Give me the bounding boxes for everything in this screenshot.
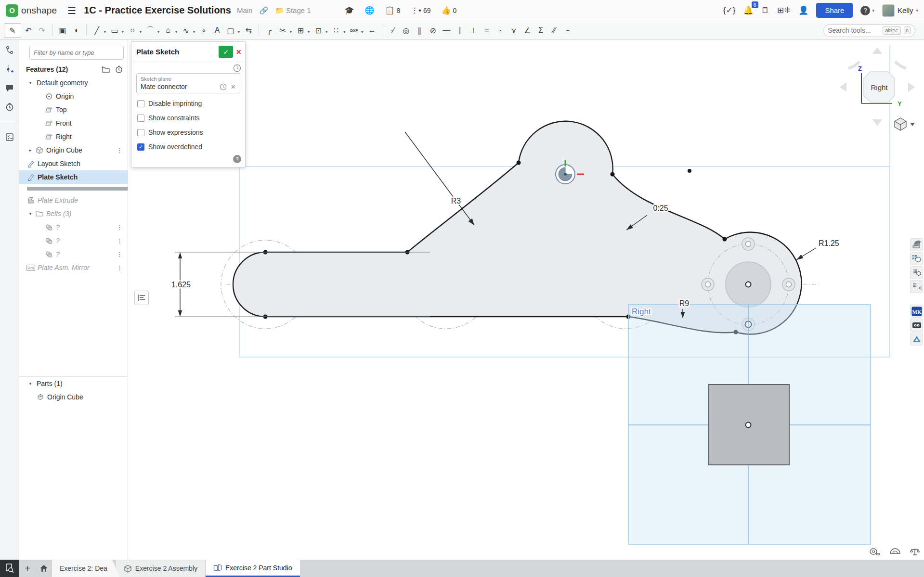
- use-project-tool[interactable]: ⊡: [312, 23, 325, 38]
- dimension-r3[interactable]: [405, 132, 474, 225]
- sketch-plane-value[interactable]: Mate connector: [141, 83, 220, 90]
- parts-header[interactable]: ▾Parts (1): [19, 377, 128, 390]
- featurescript-icon[interactable]: {✓}: [723, 5, 736, 15]
- dimension-1625-text[interactable]: 1.625: [171, 281, 191, 289]
- boss-center-point[interactable]: [746, 282, 751, 287]
- dialog-help-icon[interactable]: ?: [233, 155, 241, 163]
- likes-stat[interactable]: 👍 0: [442, 6, 457, 15]
- offset-tool[interactable]: ⊞: [294, 23, 307, 38]
- sketch-button[interactable]: ✎: [4, 23, 21, 38]
- kebab-menu-icon[interactable]: ⋮: [115, 237, 125, 244]
- cad-transform-icon[interactable]: [910, 266, 923, 279]
- notifications-button[interactable]: 🔔 6: [743, 5, 753, 15]
- insert-icon[interactable]: [5, 65, 14, 74]
- construction-tool[interactable]: ∕∕: [548, 23, 560, 38]
- tangent-constraint[interactable]: ⊘: [427, 23, 439, 38]
- spline-tool-chevron-down-icon[interactable]: ▾: [193, 30, 195, 34]
- rotate-left-arrow[interactable]: [840, 82, 846, 92]
- checkbox-show-overdefined[interactable]: ✓Show overdefined: [131, 140, 245, 154]
- expand-icon[interactable]: ▸: [26, 148, 35, 153]
- tab-exercise-2-assembly[interactable]: Exercise 2 Assembly: [116, 560, 206, 577]
- cad-expression-icon[interactable]: x): [910, 280, 923, 293]
- search-document-button[interactable]: [0, 560, 19, 577]
- view-cube[interactable]: Right Z Y: [840, 47, 915, 130]
- extrude-tool[interactable]: ▣: [56, 23, 69, 38]
- mate-connector-clock-icon[interactable]: [220, 83, 227, 90]
- search-tools[interactable]: alt/⌥ c: [823, 24, 915, 37]
- rotate-right-arrow[interactable]: [908, 82, 915, 92]
- dimension-r125[interactable]: [796, 248, 816, 260]
- sketch-plane-field[interactable]: Sketch plane Mate connector ✕: [136, 73, 240, 93]
- undo-button[interactable]: ↶: [22, 23, 35, 38]
- accept-button[interactable]: ✓: [219, 46, 233, 58]
- feature-row-top[interactable]: Top: [19, 103, 128, 116]
- view-mode-caret[interactable]: [910, 123, 915, 126]
- feature-row-plate-extrude[interactable]: Plate Extrude: [19, 193, 128, 207]
- curvature-tool[interactable]: ⌢: [561, 23, 574, 38]
- units-scale-icon[interactable]: [910, 548, 920, 556]
- kebab-menu-icon[interactable]: ⋮: [115, 147, 125, 154]
- horizontal-constraint[interactable]: ―: [440, 23, 453, 38]
- concentric-constraint[interactable]: ◎: [400, 23, 412, 38]
- checkbox-icon[interactable]: [137, 100, 144, 107]
- normal-constraint[interactable]: ∠: [521, 23, 534, 38]
- suppress-clock-icon[interactable]: [233, 64, 241, 72]
- part-row-origin-cube[interactable]: Origin Cube: [19, 390, 128, 404]
- rectangle-tool-chevron-down-icon[interactable]: ▾: [122, 30, 124, 34]
- checkbox-icon[interactable]: [137, 129, 144, 136]
- search-tools-input[interactable]: [828, 26, 880, 34]
- feature-filter-input[interactable]: [29, 46, 124, 60]
- collapse-icon[interactable]: ▾: [26, 381, 35, 386]
- new-tab-button[interactable]: +: [19, 560, 36, 577]
- ai-assistant-icon[interactable]: 👤: [798, 5, 808, 15]
- feature-row-right[interactable]: Right: [19, 130, 128, 143]
- checkbox-icon[interactable]: ✓: [137, 143, 144, 151]
- revolve-tool[interactable]: ◖: [70, 23, 82, 38]
- mirror-tool[interactable]: ⇆: [242, 23, 255, 38]
- point-tool[interactable]: ∘: [197, 23, 210, 38]
- filter-funnel-icon[interactable]: [25, 49, 26, 57]
- polygon-tool[interactable]: ⌂: [162, 23, 174, 38]
- perpendicular-constraint[interactable]: ⊥: [467, 23, 480, 38]
- spline-tool[interactable]: ∿: [180, 23, 192, 38]
- pattern-tool[interactable]: ∷: [330, 23, 342, 38]
- clear-selection-icon[interactable]: ✕: [231, 83, 236, 90]
- checkbox-icon[interactable]: [137, 115, 144, 122]
- collapse-feature-list-button[interactable]: [134, 291, 149, 305]
- feature-row--[interactable]: ?⋮: [19, 247, 128, 261]
- kebab-menu-icon[interactable]: ⋮: [115, 264, 125, 271]
- protractor-icon[interactable]: [889, 548, 901, 556]
- altium-extension-icon[interactable]: [910, 333, 923, 346]
- coincident-constraint[interactable]: ∙∕: [386, 23, 399, 38]
- rollback-bar[interactable]: [27, 187, 128, 191]
- pattern-tool-chevron-down-icon[interactable]: ▾: [343, 30, 345, 34]
- rotate-up-arrow[interactable]: [872, 47, 882, 54]
- collapse-icon[interactable]: ▾: [26, 211, 35, 216]
- appearance-panel-icon[interactable]: [910, 238, 923, 251]
- feature-row-belts-3-[interactable]: ▾Belts (3): [19, 207, 128, 220]
- onshape-logo-icon[interactable]: O: [6, 4, 18, 17]
- vertical-constraint[interactable]: |: [454, 23, 466, 38]
- robot-extension-icon[interactable]: [910, 319, 923, 332]
- apps-grid-icon[interactable]: ⊞⁜: [777, 5, 791, 15]
- tape-measure-icon[interactable]: [869, 548, 881, 556]
- feature-row-front[interactable]: Front: [19, 116, 128, 130]
- link-icon[interactable]: 🔗: [259, 6, 268, 15]
- document-menu-button[interactable]: ☰: [67, 5, 76, 16]
- workspace-name[interactable]: Main: [237, 6, 253, 14]
- plate-sketch-profile[interactable]: [233, 121, 802, 334]
- trim-tool[interactable]: ✂: [276, 23, 289, 38]
- fillet-tool[interactable]: ╭: [263, 23, 275, 38]
- transform-tool[interactable]: ↔: [365, 23, 378, 38]
- folder-name[interactable]: Stage 1: [286, 6, 311, 14]
- versions-icon[interactable]: [5, 46, 14, 54]
- origin-cube-section[interactable]: [709, 385, 789, 465]
- kebab-menu-icon[interactable]: ⋮: [115, 251, 125, 258]
- use-project-tool-chevron-down-icon[interactable]: ▾: [325, 30, 327, 34]
- feature-row-origin-cube[interactable]: ▸Origin Cube⋮: [19, 143, 128, 157]
- feature-row-layout-sketch[interactable]: Layout Sketch: [19, 157, 128, 170]
- versions-stat[interactable]: ⋮• 69: [411, 6, 430, 15]
- redo-button[interactable]: ↷: [36, 23, 48, 38]
- tab-exercise-2-part-studio[interactable]: Exercise 2 Part Studio: [206, 560, 300, 577]
- line-tool-chevron-down-icon[interactable]: ▾: [104, 30, 106, 34]
